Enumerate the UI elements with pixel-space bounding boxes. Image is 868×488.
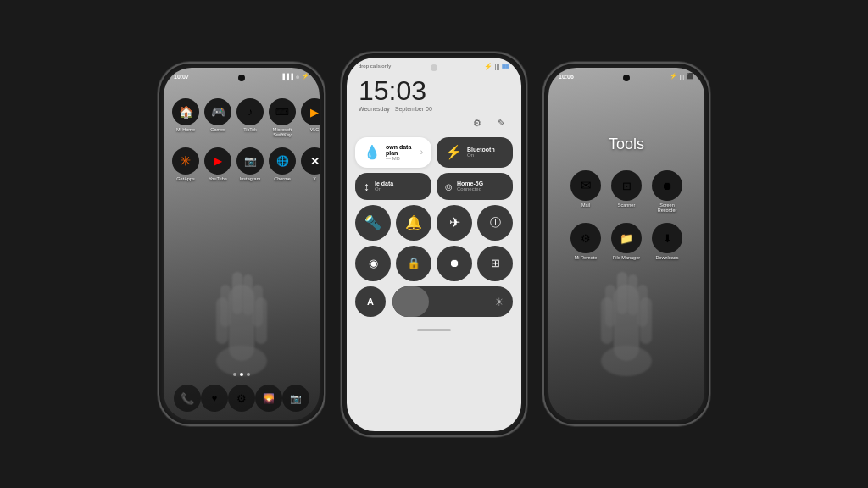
signal-icon-2: |||: [495, 64, 499, 69]
cc-top-icons: ⚙ ✎: [347, 115, 521, 137]
phone-3-screen: 10:06 ⚡ ||| ⬛: [548, 68, 704, 420]
swiftkey-label: Microsoft SwiftKey: [269, 127, 296, 137]
folder-app-grid: ✉ Mail ⊡ Scanner ⏺ Screen Recorder: [554, 170, 699, 260]
brightness-slider[interactable]: ☀: [392, 286, 513, 317]
app-screen-recorder[interactable]: ⏺ Screen Recorder: [652, 170, 682, 213]
vlc-label: VLC: [310, 127, 320, 132]
app-downloads[interactable]: ⬇ Downloads: [652, 223, 682, 260]
screen-recorder-label: Screen Recorder: [652, 202, 682, 213]
app-vlc[interactable]: ▶ VLC: [301, 98, 320, 137]
phone-3: 10:06 ⚡ ||| ⬛: [542, 62, 710, 426]
app-chrome[interactable]: 🌐 Chorme: [269, 147, 296, 181]
brightness-fill: [392, 286, 429, 317]
downloads-label: Downloads: [655, 255, 678, 260]
dock-camera[interactable]: 📷: [282, 385, 309, 412]
home-bar-2: [417, 329, 451, 331]
chrome-label: Chorme: [274, 176, 291, 181]
cc-btn-info[interactable]: Ⓘ: [477, 205, 513, 241]
tiktok-icon: ♪: [236, 98, 264, 125]
dock-phone[interactable]: 📞: [174, 385, 201, 412]
phone-2: drop calls only ⚡ ||| ▓▓ 15:03 Wednesday…: [341, 52, 527, 437]
app-file-manager[interactable]: 📁 File Manager: [611, 223, 642, 260]
instagram-label: Instagram: [240, 176, 260, 181]
phone-1: 10:07 ▐▐▐ ⌾ ⚡ 🏠 Mi Home 🎮 Games: [158, 62, 326, 426]
app-tiktok[interactable]: ♪ TikTok: [236, 98, 264, 137]
mi-home-icon: 🏠: [172, 98, 199, 125]
app-swiftkey[interactable]: ⌨ Microsoft SwiftKey: [269, 98, 296, 137]
app-scanner[interactable]: ⊡ Scanner: [611, 170, 642, 213]
cc-btn-flashlight[interactable]: 🔦: [355, 205, 391, 241]
settings-icon-cc[interactable]: ⚙: [469, 115, 486, 132]
folder-title: Tools: [609, 136, 644, 153]
cc-tile-grid: 💧 own data plan — MB › ⚡: [347, 137, 521, 205]
time-display: 15:03 Wednesday September 00: [347, 72, 521, 115]
scanner-label: Scanner: [618, 202, 636, 208]
svg-rect-5: [253, 285, 263, 327]
phone-1-screen: 10:07 ▐▐▐ ⌾ ⚡ 🏠 Mi Home 🎮 Games: [164, 68, 320, 420]
mobile-data-sublabel: On: [375, 186, 393, 191]
app-grid-row2: 米 GetApps ▶ YouTube 📷 Instagram 🌐 Chorme: [164, 144, 320, 188]
cc-tile-mobile-data[interactable]: ↕ le data On: [355, 173, 431, 200]
dot-1: [233, 373, 236, 376]
dock-settings[interactable]: ⚙: [228, 385, 255, 412]
wifi-sublabel: Connected: [457, 186, 483, 191]
app-instagram[interactable]: 📷 Instagram: [236, 147, 264, 181]
cc-btn-airplane[interactable]: ✈: [437, 205, 472, 241]
cc-btn-lock-rotation[interactable]: 🔒: [396, 246, 431, 281]
cc-tile-data-plan[interactable]: 💧 own data plan — MB ›: [355, 137, 431, 168]
wifi-icon-1: ⌾: [296, 74, 299, 80]
data-plan-icon: 💧: [364, 144, 381, 160]
status-time-1: 10:07: [174, 74, 189, 80]
camera-dot-2: [431, 64, 437, 71]
phone-3-bg: 10:06 ⚡ ||| ⬛: [548, 68, 704, 420]
mi-home-label: Mi Home: [176, 127, 195, 132]
cc-tile-wifi[interactable]: ⌾ Home-5G Connected: [437, 173, 513, 200]
dot-2: [240, 373, 243, 376]
file-manager-label: File Manager: [613, 255, 640, 260]
cc-btn-notifications[interactable]: 🔔: [396, 205, 431, 241]
mail-label: Mail: [581, 202, 590, 208]
data-plan-label: own data plan: [386, 144, 415, 156]
mobile-data-icon: ↕: [364, 180, 370, 193]
scanner-icon: ⊡: [611, 170, 642, 201]
bluetooth-icon: ⚡: [445, 144, 462, 160]
app-mi-home[interactable]: 🏠 Mi Home: [172, 98, 199, 137]
cc-btn-screen-record[interactable]: ⏺: [437, 246, 472, 281]
camera-dot: [238, 75, 245, 81]
dock-gallery[interactable]: 🌄: [255, 385, 282, 412]
app-youtube[interactable]: ▶ YouTube: [204, 147, 231, 181]
app-getapps[interactable]: 米 GetApps: [172, 147, 199, 181]
svg-rect-7: [243, 274, 253, 315]
clock-time: 15:03: [359, 77, 509, 104]
games-icon: 🎮: [204, 98, 231, 125]
app-mail[interactable]: ✉ Mail: [570, 170, 601, 213]
cc-quick-btns-2: ◉ 🔒 ⏺ ⊞: [347, 246, 521, 286]
bt-icon-status: ⚡: [484, 63, 492, 70]
app-grid-row1: 🏠 Mi Home 🎮 Games ♪ TikTok ⌨ Microsoft S…: [164, 81, 320, 144]
status-drop-calls: drop calls only: [359, 64, 391, 69]
app-x[interactable]: ✕ X: [301, 147, 320, 181]
app-mi-remote[interactable]: ⚙ Mi Remote: [570, 223, 601, 260]
brightness-icon: ☀: [494, 295, 504, 308]
battery-icon-1: ⚡: [302, 73, 309, 80]
youtube-icon: ▶: [204, 147, 231, 175]
dock-favorites[interactable]: ♥: [201, 385, 228, 412]
mail-icon: ✉: [570, 170, 601, 201]
phone-2-screen: drop calls only ⚡ ||| ▓▓ 15:03 Wednesday…: [347, 58, 521, 431]
bluetooth-sublabel: On: [467, 152, 495, 158]
edit-icon-cc[interactable]: ✎: [492, 115, 509, 132]
cc-tile-bluetooth[interactable]: ⚡ Bluetooth On: [437, 137, 513, 168]
screen-recorder-icon: ⏺: [652, 170, 682, 201]
cc-btn-location[interactable]: ◉: [355, 246, 391, 281]
dot-3: [247, 373, 250, 376]
phone-1-bg: 10:07 ▐▐▐ ⌾ ⚡ 🏠 Mi Home 🎮 Games: [164, 68, 320, 420]
cc-btn-split[interactable]: ⊞: [477, 246, 513, 281]
bluetooth-label: Bluetooth: [467, 147, 495, 152]
mi-remote-label: Mi Remote: [575, 255, 598, 260]
cc-auto-brightness-btn[interactable]: A: [355, 286, 386, 317]
battery-icon-2: ▓▓: [502, 64, 509, 69]
data-plan-sublabel: — MB: [386, 156, 415, 161]
wifi-label: Home-5G: [457, 180, 483, 186]
app-games[interactable]: 🎮 Games: [204, 98, 231, 137]
chrome-icon: 🌐: [269, 147, 296, 175]
